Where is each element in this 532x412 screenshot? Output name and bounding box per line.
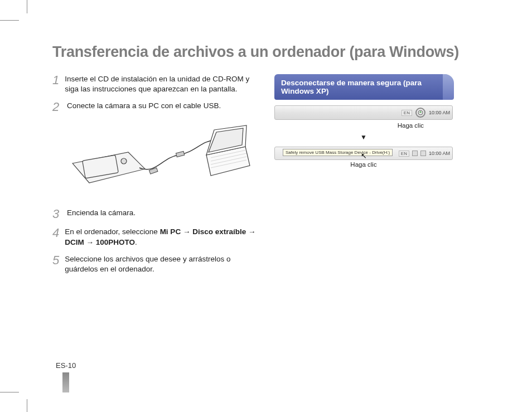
step4-prefix: En el ordenador, seleccione [65, 227, 159, 236]
step-text: Conecte la cámara a su PC con el cable U… [67, 101, 221, 113]
page-content: Transferencia de archivos a un ordenador… [52, 43, 499, 281]
camera-laptop-usb-illustration [67, 124, 251, 197]
crop-mark [0, 20, 19, 21]
system-tray: EN 10:00 AM [402, 107, 450, 118]
tray-clock: 10:00 AM [429, 110, 450, 115]
step-4: 4 En el ordenador, seleccione Mi PC → Di… [52, 227, 259, 247]
cursor-icon: ↖ [361, 152, 367, 160]
safely-remove-hardware-icon[interactable] [415, 108, 425, 118]
system-tray: EN 10:00 AM [399, 148, 450, 158]
language-indicator: EN [402, 110, 412, 116]
step-2: 2 Conecte la cámara a su PC con el cable… [52, 101, 259, 113]
step-text: Encienda la cámara. [67, 208, 136, 220]
step-3: 3 Encienda la cámara. [52, 208, 259, 220]
windows-taskbar: EN 10:00 AM [274, 105, 453, 120]
crop-mark [27, 0, 27, 13]
step-5: 5 Seleccione los archivos que desee y ar… [52, 254, 259, 274]
tray-icon [412, 151, 418, 156]
step-number: 4 [52, 227, 59, 247]
step-number: 5 [52, 254, 59, 274]
callout-header: Desconectarse de manera segura (para Win… [274, 74, 453, 100]
tray-clock: 10:00 AM [429, 151, 450, 156]
page-tab-marker [62, 372, 69, 392]
right-column: Desconectarse de manera segura (para Win… [274, 74, 453, 281]
click-label: Haga clic [274, 122, 453, 129]
step-text: Seleccione los archivos que desee y arrá… [65, 254, 259, 274]
svg-rect-3 [176, 152, 184, 157]
step-number: 2 [52, 101, 61, 113]
crop-mark [27, 399, 27, 412]
page-number: ES-10 [56, 361, 76, 370]
step-text: En el ordenador, seleccione Mi PC → Disc… [65, 227, 259, 247]
safely-remove-tooltip[interactable]: Safely remove USB Mass Storage Device - … [283, 149, 393, 156]
crop-mark [0, 392, 19, 392]
step-number: 3 [52, 208, 61, 220]
svg-point-1 [121, 158, 127, 164]
click-label: Haga clic [274, 161, 453, 168]
step4-suffix: . [135, 238, 137, 246]
left-column: 1 Inserte el CD de instalación en la uni… [52, 74, 259, 281]
step-1: 1 Inserte el CD de instalación en la uni… [52, 74, 259, 94]
arrow-down-icon: ▼ [274, 133, 453, 141]
step-text: Inserte el CD de instalación en la unida… [65, 74, 259, 94]
windows-taskbar-with-tooltip: Safely remove USB Mass Storage Device - … [274, 147, 453, 160]
language-indicator: EN [399, 151, 409, 157]
step-number: 1 [52, 74, 59, 94]
safely-remove-hardware-icon[interactable] [420, 151, 426, 156]
page-title: Transferencia de archivos a un ordenador… [52, 43, 499, 61]
